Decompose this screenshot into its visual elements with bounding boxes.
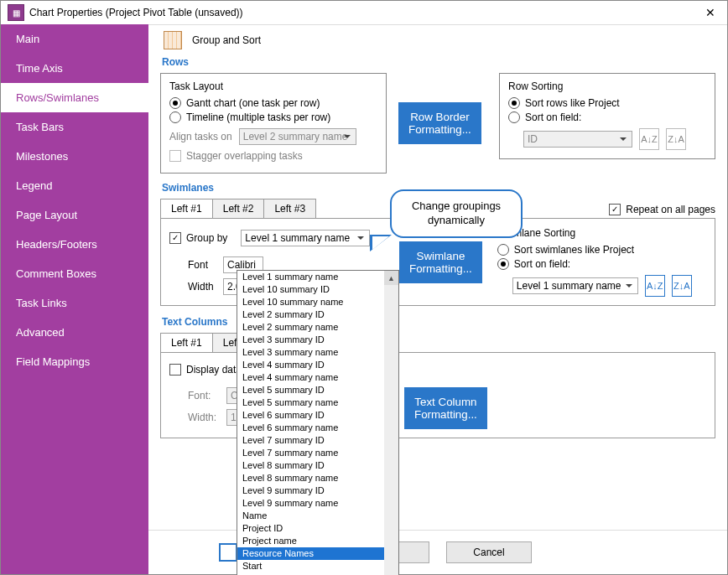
dropdown-option[interactable]: Level 4 summary ID — [237, 359, 398, 371]
dropdown-option[interactable]: Level 4 summary name — [237, 371, 398, 384]
dropdown-option[interactable]: Level 10 summary name — [237, 296, 398, 308]
page-title: Group and Sort — [192, 34, 261, 46]
sidebar-item-legend[interactable]: Legend — [1, 171, 148, 200]
dropdown-option[interactable]: Level 7 summary name — [237, 447, 398, 459]
sidebar-item-task-bars[interactable]: Task Bars — [1, 112, 148, 142]
dropdown-option[interactable]: Level 10 summary ID — [237, 283, 398, 296]
dropdown-option[interactable]: Level 6 summary ID — [237, 409, 398, 422]
swim-sort-desc-button[interactable]: Z↓A — [672, 275, 692, 297]
sidebar-item-task-links[interactable]: Task Links — [1, 288, 148, 318]
display-data-label: Display data — [186, 364, 242, 376]
radio-sort-on-field[interactable]: Sort on field: — [508, 111, 706, 123]
dropdown-option[interactable]: Level 5 summary name — [237, 396, 398, 409]
dropdown-option[interactable]: Level 3 summary name — [237, 346, 398, 359]
sidebar-item-rows-swimlanes[interactable]: Rows/Swimlanes — [1, 83, 148, 112]
radio-swim-like-project[interactable]: Sort swimlanes like Project — [497, 244, 706, 256]
cancel-button[interactable]: Cancel — [446, 541, 532, 563]
group-by-checkbox[interactable]: ✓ Group by Level 1 summary name — [169, 230, 387, 246]
rows-section-title: Rows — [162, 56, 715, 68]
tc-tab-left-1[interactable]: Left #1 — [160, 333, 213, 352]
tc-width-label: Width: — [188, 412, 220, 423]
row-border-formatting-button[interactable]: Row Border Formatting... — [398, 102, 481, 144]
task-layout-group: Task Layout Gantt chart (one task per ro… — [160, 73, 387, 174]
tab-left-1[interactable]: Left #1 — [160, 199, 213, 218]
dropdown-option[interactable]: Level 9 summary ID — [237, 484, 398, 497]
group-by-dropdown-list[interactable]: Level 1 summary nameLevel 10 summary IDL… — [237, 270, 399, 575]
repeat-on-all-pages-checkbox[interactable]: ✓ Repeat on all pages — [609, 204, 715, 215]
sidebar-item-comment-boxes[interactable]: Comment Boxes — [1, 259, 148, 288]
dropdown-option[interactable]: Level 2 summary name — [237, 321, 398, 334]
swimlane-tabs: Left #1 Left #2 Left #3 — [160, 199, 315, 218]
stagger-checkbox: Stagger overlapping tasks — [169, 150, 377, 162]
radio-timeline[interactable]: Timeline (multiple tasks per row) — [169, 111, 377, 123]
dropdown-option[interactable]: Level 8 summary name — [237, 472, 398, 484]
swim-width-label: Width — [188, 281, 216, 293]
app-icon: ▦ — [8, 4, 24, 21]
dropdown-option[interactable]: Level 8 summary ID — [237, 459, 398, 472]
callout-tail-icon — [370, 235, 392, 251]
dropdown-option[interactable]: Level 7 summary ID — [237, 434, 398, 447]
radio-sort-like-project[interactable]: Sort rows like Project — [508, 97, 706, 109]
dropdown-option[interactable]: Start — [237, 560, 398, 572]
row-sort-field-dropdown: ID — [523, 131, 632, 148]
sidebar-item-time-axis[interactable]: Time Axis — [1, 54, 148, 83]
callout-text: Change groupings dynamically — [390, 189, 523, 238]
text-column-formatting-button[interactable]: Text Column Formatting... — [404, 387, 487, 429]
row-sorting-group: Row Sorting Sort rows like Project Sort … — [499, 73, 715, 159]
scroll-up-arrow[interactable]: ▲ — [384, 271, 398, 285]
dropdown-scrollbar[interactable]: ▲ ▼ — [384, 271, 398, 575]
sidebar-item-advanced[interactable]: Advanced — [1, 318, 148, 347]
swimlane-formatting-button[interactable]: Swimlane Formatting... — [399, 241, 482, 283]
radio-timeline-label: Timeline (multiple tasks per row) — [186, 111, 330, 123]
annotation-callout: Change groupings dynamically — [390, 189, 523, 238]
sidebar-item-field-mappings[interactable]: Field Mappings — [1, 347, 148, 376]
dropdown-option[interactable]: Level 1 summary name — [237, 271, 398, 283]
radio-sort-like-project-label: Sort rows like Project — [525, 97, 620, 109]
group-by-label: Group by — [186, 232, 227, 244]
swim-sort-asc-button[interactable]: A↓Z — [645, 275, 665, 297]
titlebar: ▦ Chart Properties (Project Pivot Table … — [1, 1, 727, 25]
close-button[interactable]: ✕ — [694, 1, 727, 24]
radio-swim-on-field-label: Sort on field: — [514, 258, 570, 270]
tab-left-3[interactable]: Left #3 — [263, 199, 316, 218]
dropdown-option[interactable]: Resource Names — [237, 547, 398, 560]
align-tasks-label: Align tasks on — [169, 131, 232, 142]
dropdown-option[interactable]: Level 5 summary ID — [237, 384, 398, 396]
sidebar-item-main[interactable]: Main — [1, 24, 148, 54]
dropdown-option[interactable]: Project ID — [237, 522, 398, 535]
dialog-footer: Cancel — [148, 530, 727, 574]
page-icon — [164, 31, 182, 49]
sort-asc-icon: A↓Z — [639, 128, 659, 150]
dropdown-option[interactable]: Name — [237, 510, 398, 522]
content-area: Group and Sort Rows Task Layout Gantt ch… — [148, 24, 727, 574]
window-title: Chart Properties (Project Pivot Table (u… — [29, 7, 694, 18]
radio-sort-on-field-label: Sort on field: — [525, 111, 581, 123]
radio-gantt-label: Gantt chart (one task per row) — [186, 97, 320, 109]
align-tasks-dropdown: Level 2 summary name — [239, 128, 356, 145]
swim-sort-field-dropdown[interactable]: Level 1 summary name — [512, 277, 638, 294]
dropdown-option[interactable]: Level 2 summary ID — [237, 308, 398, 321]
row-sorting-legend: Row Sorting — [508, 80, 706, 92]
radio-swim-like-project-label: Sort swimlanes like Project — [514, 244, 634, 256]
dropdown-option[interactable]: Level 3 summary ID — [237, 334, 398, 346]
sidebar-item-headers-footers[interactable]: Headers/Footers — [1, 230, 148, 259]
sidebar-item-page-layout[interactable]: Page Layout — [1, 200, 148, 230]
radio-swim-on-field[interactable]: Sort on field: — [497, 258, 706, 270]
dropdown-option[interactable]: Project name — [237, 535, 398, 547]
group-by-dropdown[interactable]: Level 1 summary name — [241, 230, 370, 246]
dialog-window: ▦ Chart Properties (Project Pivot Table … — [0, 0, 728, 575]
sort-desc-icon: Z↓A — [666, 128, 686, 150]
repeat-label: Repeat on all pages — [626, 204, 715, 215]
sidebar: Main Time Axis Rows/Swimlanes Task Bars … — [1, 24, 148, 574]
swim-font-label: Font — [188, 259, 216, 271]
radio-gantt[interactable]: Gantt chart (one task per row) — [169, 97, 377, 109]
tab-left-2[interactable]: Left #2 — [212, 199, 265, 218]
dropdown-option[interactable]: Level 6 summary name — [237, 422, 398, 434]
sidebar-item-milestones[interactable]: Milestones — [1, 142, 148, 171]
dropdown-option[interactable]: Level 9 summary name — [237, 497, 398, 510]
stagger-label: Stagger overlapping tasks — [186, 150, 303, 162]
swimlane-sorting-legend: Swimlane Sorting — [497, 227, 706, 239]
tc-font-label: Font: — [188, 390, 220, 401]
task-layout-legend: Task Layout — [169, 80, 377, 92]
